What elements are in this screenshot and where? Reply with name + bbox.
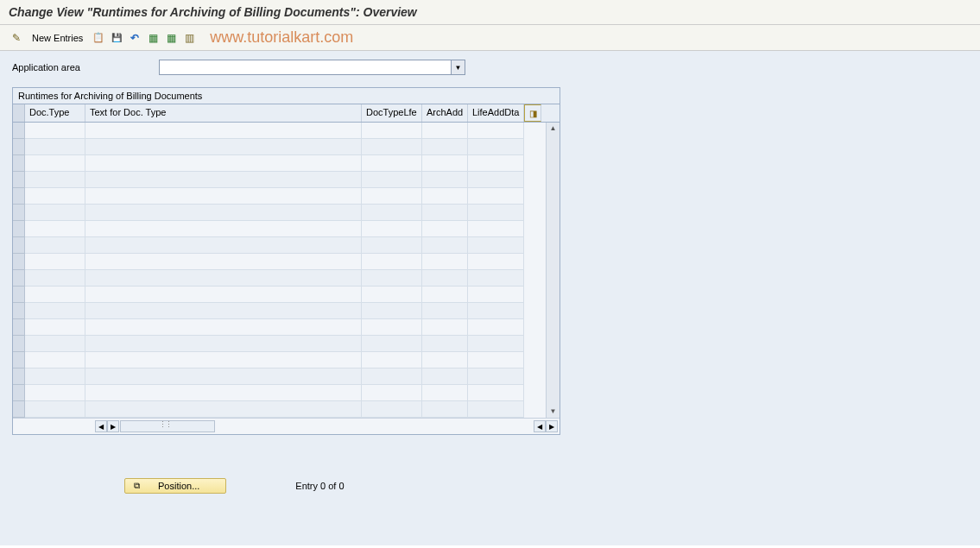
scroll-left-end-icon[interactable]: ◀ (534, 420, 546, 432)
scroll-down-icon[interactable]: ▼ (550, 407, 557, 416)
cell-lifeadddta[interactable] (468, 123, 524, 139)
cell-archadd[interactable] (422, 303, 468, 319)
cell-lifeadddta[interactable] (468, 254, 524, 270)
cell-doctype[interactable] (25, 205, 85, 221)
cell-text[interactable] (85, 319, 362, 336)
cell-text[interactable] (85, 336, 362, 352)
change-icon[interactable] (9, 30, 24, 46)
row-selector[interactable] (13, 123, 25, 139)
position-button[interactable]: ⧉ Position... (124, 478, 226, 494)
scroll-right-end-icon[interactable]: ▶ (546, 420, 558, 432)
deselect-all-icon[interactable] (181, 30, 197, 46)
col-doctype[interactable]: Doc.Type (25, 104, 85, 122)
col-doctypelfe[interactable]: DocTypeLfe (362, 104, 422, 122)
row-selector[interactable] (13, 139, 25, 155)
cell-archadd[interactable] (422, 205, 468, 221)
cell-doctypelfe[interactable] (362, 352, 422, 368)
cell-doctype[interactable] (25, 270, 85, 287)
table-row[interactable] (13, 385, 546, 401)
cell-text[interactable] (85, 155, 362, 172)
vertical-scrollbar[interactable]: ▲ ▼ (546, 123, 560, 418)
cell-doctype[interactable] (25, 123, 85, 139)
cell-archadd[interactable] (422, 221, 468, 237)
cell-doctype[interactable] (25, 155, 85, 172)
table-row[interactable] (13, 254, 546, 270)
cell-archadd[interactable] (422, 155, 468, 172)
cell-doctypelfe[interactable] (362, 237, 422, 254)
cell-lifeadddta[interactable] (468, 385, 524, 401)
cell-lifeadddta[interactable] (468, 270, 524, 287)
row-selector[interactable] (13, 237, 25, 254)
cell-lifeadddta[interactable] (468, 172, 524, 188)
cell-archadd[interactable] (422, 237, 468, 254)
cell-text[interactable] (85, 401, 362, 418)
table-row[interactable] (13, 221, 546, 237)
select-all-icon[interactable] (145, 30, 161, 46)
row-selector[interactable] (13, 303, 25, 319)
cell-archadd[interactable] (422, 254, 468, 270)
cell-text[interactable] (85, 385, 362, 401)
cell-archadd[interactable] (422, 172, 468, 188)
cell-text[interactable] (85, 123, 362, 139)
cell-lifeadddta[interactable] (468, 319, 524, 336)
cell-doctypelfe[interactable] (362, 270, 422, 287)
table-row[interactable] (13, 155, 546, 172)
cell-archadd[interactable] (422, 352, 468, 368)
cell-doctypelfe[interactable] (362, 401, 422, 418)
row-selector[interactable] (13, 368, 25, 385)
table-row[interactable] (13, 352, 546, 368)
col-text[interactable]: Text for Doc. Type (85, 104, 362, 122)
cell-doctype[interactable] (25, 237, 85, 254)
cell-text[interactable] (85, 188, 362, 205)
table-row[interactable] (13, 319, 546, 336)
cell-doctype[interactable] (25, 172, 85, 188)
scroll-left-icon[interactable]: ◀ (95, 420, 107, 432)
cell-text[interactable] (85, 287, 362, 303)
cell-archadd[interactable] (422, 319, 468, 336)
cell-doctypelfe[interactable] (362, 123, 422, 139)
scroll-thumb[interactable] (120, 420, 215, 432)
cell-doctypelfe[interactable] (362, 254, 422, 270)
cell-lifeadddta[interactable] (468, 205, 524, 221)
table-row[interactable] (13, 172, 546, 188)
cell-archadd[interactable] (422, 188, 468, 205)
table-row[interactable] (13, 205, 546, 221)
cell-doctypelfe[interactable] (362, 205, 422, 221)
cell-text[interactable] (85, 205, 362, 221)
cell-archadd[interactable] (422, 270, 468, 287)
col-lifeadddta[interactable]: LifeAddDta (468, 104, 524, 122)
table-row[interactable] (13, 139, 546, 155)
scroll-up-icon[interactable]: ▲ (550, 124, 557, 133)
select-block-icon[interactable] (163, 30, 179, 46)
cell-text[interactable] (85, 352, 362, 368)
new-entries-button[interactable]: New Entries (27, 31, 88, 45)
cell-text[interactable] (85, 139, 362, 155)
table-row[interactable] (13, 188, 546, 205)
cell-lifeadddta[interactable] (468, 401, 524, 418)
cell-doctypelfe[interactable] (362, 303, 422, 319)
cell-lifeadddta[interactable] (468, 336, 524, 352)
cell-lifeadddta[interactable] (468, 139, 524, 155)
cell-archadd[interactable] (422, 336, 468, 352)
cell-doctypelfe[interactable] (362, 139, 422, 155)
cell-doctype[interactable] (25, 401, 85, 418)
application-area-dropdown[interactable]: ▼ (159, 60, 465, 75)
row-selector[interactable] (13, 336, 25, 352)
copy-icon[interactable] (91, 30, 106, 46)
cell-lifeadddta[interactable] (468, 155, 524, 172)
cell-text[interactable] (85, 368, 362, 385)
cell-archadd[interactable] (422, 287, 468, 303)
cell-archadd[interactable] (422, 368, 468, 385)
row-selector[interactable] (13, 221, 25, 237)
cell-text[interactable] (85, 303, 362, 319)
row-selector[interactable] (13, 270, 25, 287)
table-row[interactable] (13, 368, 546, 385)
save-icon[interactable] (109, 30, 124, 46)
cell-doctype[interactable] (25, 254, 85, 270)
row-selector[interactable] (13, 319, 25, 336)
cell-doctypelfe[interactable] (362, 287, 422, 303)
table-row[interactable] (13, 270, 546, 287)
cell-doctype[interactable] (25, 336, 85, 352)
row-selector[interactable] (13, 352, 25, 368)
cell-lifeadddta[interactable] (468, 352, 524, 368)
